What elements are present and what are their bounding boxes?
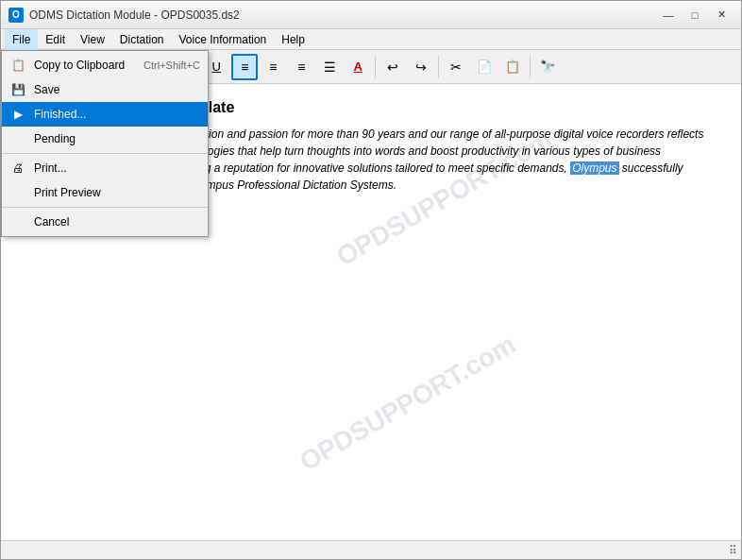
- redo-button[interactable]: ↪: [408, 54, 434, 80]
- finished-icon: ▶: [9, 106, 26, 123]
- menu-voice-information[interactable]: Voice Information: [172, 29, 275, 50]
- menu-separator-2: [2, 207, 208, 208]
- menu-save[interactable]: 💾 Save: [2, 77, 208, 102]
- title-controls: — □ ✕: [656, 6, 734, 25]
- resize-grip: ⠿: [729, 544, 737, 557]
- menu-copy-clipboard[interactable]: 📋 Copy to Clipboard Ctrl+Shift+C: [2, 53, 208, 77]
- app-icon: O: [8, 8, 24, 23]
- window-title: ODMS Dictation Module - OPDS0035.ds2: [29, 8, 240, 22]
- pending-icon: [9, 130, 26, 147]
- status-bar: ⠿: [1, 540, 741, 559]
- file-dropdown-menu: 📋 Copy to Clipboard Ctrl+Shift+C 💾 Save …: [1, 50, 209, 237]
- find-button[interactable]: 🔭: [534, 54, 561, 80]
- maximize-button[interactable]: □: [683, 6, 707, 25]
- cut-button[interactable]: ✂: [443, 54, 469, 80]
- align-left-button[interactable]: ≡: [231, 54, 258, 80]
- list-button[interactable]: ☰: [316, 54, 343, 80]
- menu-cancel[interactable]: Cancel: [2, 210, 208, 234]
- title-bar-left: O ODMS Dictation Module - OPDS0035.ds2: [8, 8, 240, 23]
- align-right-button[interactable]: ≡: [288, 54, 314, 80]
- main-window: O ODMS Dictation Module - OPDS0035.ds2 —…: [0, 0, 742, 560]
- menu-finished[interactable]: ▶ Finished...: [2, 102, 208, 127]
- print-preview-icon: [9, 184, 26, 201]
- menu-view[interactable]: View: [73, 29, 112, 50]
- copy-clipboard-icon: 📋: [9, 57, 26, 74]
- menu-help[interactable]: Help: [274, 29, 312, 50]
- align-center-button[interactable]: ≡: [260, 54, 286, 80]
- font-color-button[interactable]: A: [345, 54, 371, 80]
- menu-edit[interactable]: Edit: [38, 29, 73, 50]
- menu-bar: File Edit View Dictation Voice Informati…: [1, 29, 741, 50]
- menu-print[interactable]: 🖨 Print...: [2, 156, 208, 180]
- highlighted-word: Olympus: [570, 161, 618, 175]
- save-icon: 💾: [9, 81, 26, 98]
- menu-file[interactable]: File: [5, 29, 38, 50]
- print-icon: 🖨: [9, 160, 26, 177]
- menu-dictation[interactable]: Dictation: [112, 29, 172, 50]
- title-bar: O ODMS Dictation Module - OPDS0035.ds2 —…: [1, 1, 741, 29]
- undo-button[interactable]: ↩: [379, 54, 406, 80]
- toolbar-sep-5: [530, 56, 531, 78]
- menu-print-preview[interactable]: Print Preview: [2, 180, 208, 205]
- minimize-button[interactable]: —: [656, 6, 681, 25]
- paste-button[interactable]: 📋: [499, 54, 526, 80]
- copy-button[interactable]: 📄: [471, 54, 497, 80]
- menu-separator-1: [2, 153, 208, 154]
- watermark-bottom: OPDSUPPORT.com: [295, 330, 521, 478]
- toolbar-sep-3: [375, 56, 376, 78]
- cancel-icon: [9, 213, 26, 230]
- menu-pending[interactable]: Pending: [2, 127, 208, 151]
- toolbar-sep-4: [438, 56, 439, 78]
- close-button[interactable]: ✕: [709, 6, 734, 25]
